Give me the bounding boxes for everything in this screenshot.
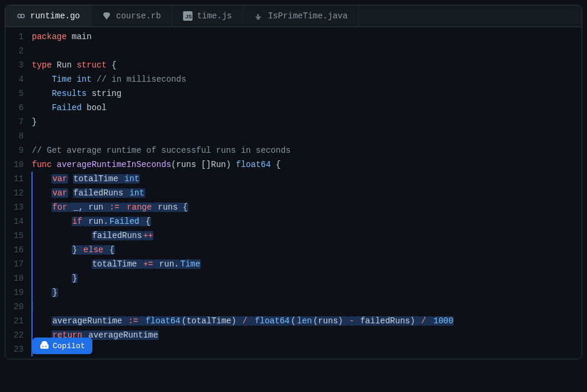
code-line: failedRuns++ [32, 229, 582, 243]
java-file-icon [254, 11, 263, 21]
line-number: 4 [14, 72, 24, 86]
line-number: 14 [14, 214, 24, 229]
code-line: totalTime += run.Time [32, 257, 582, 271]
code-line [32, 300, 582, 314]
code-line: averageRuntime := float64(totalTime) / f… [32, 314, 582, 328]
line-number: 19 [14, 285, 24, 300]
line-number: 22 [14, 328, 24, 342]
code-line: package main [32, 30, 582, 44]
tab-label: IsPrimeTime.java [268, 11, 347, 21]
line-number-gutter: 1234567891011121314151617181920212223 [5, 30, 32, 359]
tab-course-rb[interactable]: course.rb [91, 5, 172, 27]
line-number: 6 [14, 101, 24, 115]
line-number: 5 [14, 86, 24, 101]
code-line: } [32, 271, 582, 285]
code-line: for _, run := range runs { [32, 200, 582, 214]
line-number: 15 [14, 229, 24, 243]
code-line: var totalTime int [32, 172, 582, 186]
code-line: var failedRuns int [32, 186, 582, 200]
code-line: } [32, 115, 582, 129]
line-number: 1 [14, 30, 24, 44]
line-number: 23 [14, 342, 24, 356]
line-number: 17 [14, 257, 24, 271]
code-content[interactable]: package main type Run struct { Time int … [32, 30, 582, 359]
tab-runtime-go[interactable]: runtime.go [5, 5, 91, 27]
tab-label: course.rb [116, 11, 161, 21]
tab-bar: runtime.gocourse.rbJStime.jsIsPrimeTime.… [5, 5, 582, 27]
code-line: // Get average runtime of successful run… [32, 143, 582, 158]
code-line [32, 129, 582, 143]
code-line: } [32, 285, 582, 300]
line-number: 7 [14, 115, 24, 129]
line-number: 2 [14, 44, 24, 58]
line-number: 18 [14, 271, 24, 285]
line-number: 21 [14, 314, 24, 328]
tab-time-js[interactable]: JStime.js [172, 5, 243, 27]
line-number: 11 [14, 172, 24, 186]
line-number: 13 [14, 200, 24, 214]
copilot-button[interactable]: Copilot [33, 338, 92, 354]
code-line: Failed bool [32, 101, 582, 115]
go-file-icon [16, 11, 25, 21]
line-number: 20 [14, 300, 24, 314]
code-line: return averageRuntime [32, 328, 582, 342]
line-number: 3 [14, 58, 24, 72]
copilot-icon [40, 341, 49, 351]
line-number: 12 [14, 186, 24, 200]
tab-IsPrimeTime-java[interactable]: IsPrimeTime.java [243, 5, 358, 27]
line-number: 8 [14, 129, 24, 143]
code-line: } else { [32, 243, 582, 257]
code-line: Time int // in milliseconds [32, 72, 582, 86]
copilot-suggestion-block: var totalTime int var failedRuns int for… [32, 172, 582, 356]
line-number: 9 [14, 143, 24, 158]
editor-container: runtime.gocourse.rbJStime.jsIsPrimeTime.… [5, 5, 582, 359]
copilot-label: Copilot [53, 342, 85, 351]
code-line [32, 44, 582, 58]
code-line: type Run struct { [32, 58, 582, 72]
js-file-icon: JS [183, 11, 193, 21]
line-number: 16 [14, 243, 24, 257]
code-line: Results string [32, 86, 582, 101]
code-line: func averageRuntimeInSeconds(runs []Run)… [32, 158, 582, 172]
svg-text:JS: JS [185, 14, 192, 20]
tab-label: runtime.go [30, 11, 80, 21]
tab-label: time.js [197, 11, 232, 21]
line-number: 10 [14, 158, 24, 172]
code-line: } [32, 342, 582, 356]
code-area: 1234567891011121314151617181920212223 pa… [5, 27, 582, 359]
ruby-file-icon [102, 11, 111, 21]
code-line: if run.Failed { [32, 214, 582, 229]
